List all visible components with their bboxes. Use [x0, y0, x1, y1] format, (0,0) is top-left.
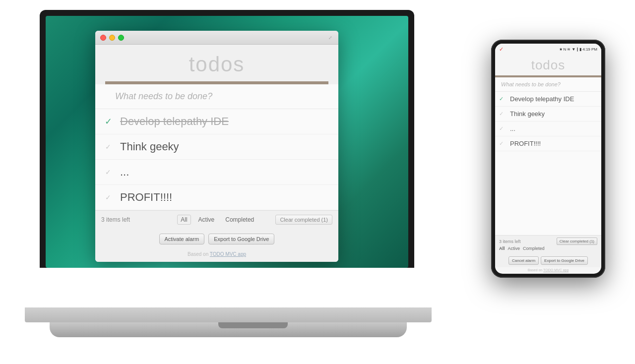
mac-todo-item-2: ✓ Think geeky — [95, 134, 338, 160]
phone-todo-text-3: ... — [510, 125, 515, 132]
phone-actions: Cancel alarm Export to Google Drive — [495, 254, 601, 267]
mac-check-3[interactable]: ✓ — [103, 167, 113, 177]
phone-wifi-icon: ≋ — [567, 47, 571, 52]
mac-todo-list: ✓ Develop telepathy IDE ✓ Think geeky ✓ — [95, 109, 338, 210]
mac-input-placeholder: What needs to be done? — [115, 91, 212, 101]
mac-attribution-link[interactable]: TODO MVC app — [210, 251, 246, 257]
mac-app-title: todos — [95, 45, 338, 81]
mac-items-left: 3 items left — [101, 216, 159, 223]
mac-minimize-button[interactable] — [109, 35, 115, 41]
phone-todo-item-4: ✓ PROFIT!!!! — [495, 136, 601, 151]
phone: ✓ ★ N ≋ ▼ ∥ ▮ 4:19 PM todos What needs t… — [491, 40, 605, 278]
phone-signal-icon: ▼ — [572, 47, 575, 52]
mac-todo-item-1: ✓ Develop telepathy IDE — [95, 109, 338, 134]
phone-todo-text-1: Develop telepathy IDE — [510, 95, 574, 103]
mac-export-drive-button[interactable]: Export to Google Drive — [208, 234, 274, 244]
mac-todo-text-4: PROFIT!!!! — [120, 191, 172, 204]
phone-check-2[interactable]: ✓ — [499, 111, 506, 117]
phone-status-icons: ★ N ≋ ▼ ∥ ▮ 4:19 PM — [559, 47, 598, 52]
mac-attribution: Based on TODO MVC app — [95, 249, 338, 262]
mac-todo-item-3: ✓ ... — [95, 160, 338, 185]
phone-filter-completed[interactable]: Completed — [523, 246, 545, 251]
mac-filters: All Active Completed — [159, 215, 275, 225]
phone-status-bar: ✓ ★ N ≋ ▼ ∥ ▮ 4:19 PM — [495, 44, 601, 55]
phone-items-left: 3 items left — [499, 239, 521, 244]
phone-footer: 3 items left Clear completed (1) All Act… — [495, 235, 601, 254]
mac-check-4[interactable]: ✓ — [103, 192, 113, 202]
phone-todo-list: ✓ Develop telepathy IDE ✓ Think geeky ✓ … — [495, 92, 601, 235]
mac-todo-input-area[interactable]: What needs to be done? — [95, 84, 338, 109]
phone-input-area[interactable]: What needs to be done? — [495, 77, 601, 92]
phone-filter-all[interactable]: All — [499, 246, 505, 251]
laptop-foot — [50, 322, 407, 337]
phone-nfc-icon: N — [564, 47, 567, 52]
phone-todo-item-2: ✓ Think geeky — [495, 107, 601, 121]
laptop: ⤢ todos What needs to be done? — [25, 10, 432, 347]
mac-app-body: todos What needs to be done? ✓ — [95, 45, 338, 262]
phone-filter-active[interactable]: Active — [508, 246, 520, 251]
phone-todo-text-2: Think geeky — [510, 110, 545, 118]
phone-footer-row1: 3 items left Clear completed (1) — [499, 238, 597, 245]
mac-check-1[interactable]: ✓ — [103, 117, 113, 126]
phone-todo-text-4: PROFIT!!!! — [510, 140, 541, 147]
phone-todo-item-3: ✓ ... — [495, 121, 601, 136]
phone-status-check: ✓ — [499, 46, 504, 53]
phone-screen: ✓ ★ N ≋ ▼ ∥ ▮ 4:19 PM todos What needs t… — [495, 44, 601, 274]
mac-footer: 3 items left All Active Completed Clear … — [95, 210, 338, 229]
mac-titlebar: ⤢ — [95, 31, 338, 45]
mac-todo-item-4: ✓ PROFIT!!!! — [95, 185, 338, 210]
mac-filter-completed[interactable]: Completed — [222, 215, 257, 225]
scene: ⤢ todos What needs to be done? — [0, 0, 635, 364]
laptop-wallpaper: ⤢ todos What needs to be done? — [46, 16, 408, 268]
mac-filter-all[interactable]: All — [177, 215, 190, 225]
phone-time: 4:19 PM — [582, 47, 597, 52]
mac-window: ⤢ todos What needs to be done? — [95, 31, 338, 262]
phone-check-4[interactable]: ✓ — [499, 140, 506, 147]
mac-todo-text-3: ... — [120, 166, 129, 179]
phone-check-3[interactable]: ✓ — [499, 125, 506, 132]
phone-app-title: todos — [495, 55, 601, 75]
phone-battery-icon: ▮ — [579, 47, 581, 52]
phone-bars-icon: ∥ — [576, 47, 578, 52]
laptop-base — [25, 307, 432, 322]
laptop-screen-outer: ⤢ todos What needs to be done? — [40, 10, 414, 268]
mac-check-2[interactable]: ✓ — [103, 142, 113, 152]
phone-attribution: Based on TODO MVC app — [495, 267, 601, 274]
laptop-notch — [218, 322, 288, 328]
phone-todo-item-1: ✓ Develop telepathy IDE — [495, 92, 601, 107]
phone-input-placeholder: What needs to be done? — [501, 81, 561, 87]
mac-clear-completed[interactable]: Clear completed (1) — [275, 215, 332, 225]
mac-expand-icon[interactable]: ⤢ — [328, 35, 333, 40]
phone-export-drive-button[interactable]: Export to Google Drive — [541, 256, 588, 265]
phone-filter-row: All Active Completed — [499, 246, 597, 251]
mac-close-button[interactable] — [100, 35, 106, 41]
phone-attribution-link[interactable]: TODO MVC app — [543, 268, 569, 272]
mac-actions: Activate alarm Export to Google Drive — [95, 229, 338, 249]
mac-filter-active[interactable]: Active — [195, 215, 218, 225]
mac-todo-text-2: Think geeky — [120, 140, 179, 153]
mac-todo-text-1: Develop telepathy IDE — [120, 115, 229, 128]
phone-cancel-alarm-button[interactable]: Cancel alarm — [508, 256, 539, 265]
phone-clear-btn[interactable]: Clear completed (1) — [557, 238, 597, 245]
mac-activate-alarm-button[interactable]: Activate alarm — [159, 234, 205, 244]
phone-check-1[interactable]: ✓ — [499, 96, 506, 102]
phone-bt-icon: ★ — [559, 47, 563, 52]
mac-maximize-button[interactable] — [118, 35, 124, 41]
